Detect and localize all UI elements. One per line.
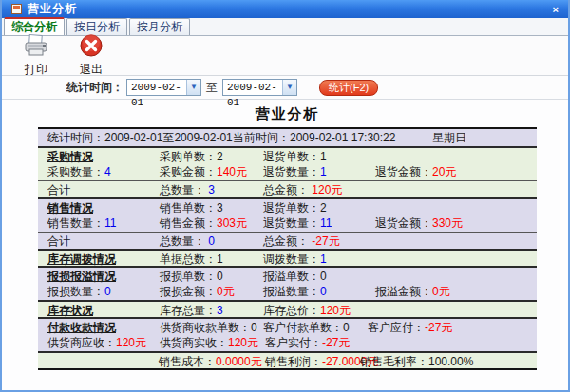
- exit-label: 退出: [80, 62, 103, 78]
- cell-value: 1: [320, 252, 327, 266]
- cell-value: 20元: [432, 165, 456, 178]
- cell-label: 客户付款单数：: [263, 321, 343, 334]
- stat-button[interactable]: 统计(F2): [319, 80, 378, 96]
- cell-label: 总金额：: [263, 234, 312, 248]
- cell-label: 合计: [48, 234, 70, 248]
- cell-label: 1: [217, 252, 223, 266]
- cell-label: 库存总量：: [160, 304, 217, 317]
- cell-label: 2: [320, 201, 327, 215]
- cell-value: 120元: [116, 336, 146, 349]
- cell-value: 0元: [432, 285, 450, 298]
- table-row: 报损数量：0报损金额：0元报溢数量：0报溢金额：0元: [38, 283, 537, 300]
- window-icon: [11, 4, 22, 14]
- table-row: 合计总数量： 0总金额： -27元: [38, 232, 537, 249]
- cell-value: 303元: [217, 216, 247, 230]
- table-cell: 供货商应收：120元: [48, 334, 146, 351]
- cell-label: 销售情况: [48, 201, 93, 215]
- cell-value: -27元: [312, 234, 339, 248]
- tab-monthly[interactable]: 按月分析: [129, 18, 190, 35]
- table-cell: 统计时间：2009-02-01至2009-02-01: [48, 129, 233, 146]
- exit-button[interactable]: 退出: [66, 34, 116, 78]
- cell-value: 4: [104, 165, 111, 178]
- cell-label: 退货数量：: [263, 216, 320, 230]
- print-button[interactable]: 打印: [11, 34, 61, 78]
- cell-value: 0元: [217, 285, 235, 298]
- cell-label: 1: [320, 150, 327, 163]
- table-row: 报损报溢情况报损单数：0报溢单数：0: [38, 266, 537, 283]
- cell-label: 报溢数量：: [263, 285, 320, 298]
- table-cell: 客户实付：-27元: [265, 334, 350, 351]
- table-cell: 退货数量：1: [263, 163, 327, 180]
- cell-label: 报溢单数：: [263, 270, 320, 283]
- table-cell: 销售数量：11: [48, 215, 116, 232]
- cell-value: 0: [104, 285, 111, 298]
- cell-label: 客户实付：: [265, 336, 322, 349]
- table-row: 销售成本：0.0000元销售利润：-27.0000元销售毛利率：100.00%: [38, 351, 537, 368]
- cell-value: -27元: [322, 336, 350, 349]
- table-cell: 报损数量：0: [48, 283, 111, 300]
- table-cell: 星期日: [432, 129, 466, 146]
- cell-label: 0: [251, 321, 257, 334]
- cell-label: 客户应付：: [368, 321, 425, 334]
- cell-value: 11: [104, 216, 116, 230]
- table-cell: 报溢数量：0: [263, 283, 327, 300]
- cell-label: 库存调拨情况: [48, 252, 116, 266]
- cell-label: 总数量：: [160, 183, 208, 196]
- printer-icon: [23, 34, 49, 61]
- cell-label: 销售数量：: [48, 216, 104, 230]
- table-cell: 总数量： 3: [160, 181, 215, 198]
- cell-value: 11: [320, 216, 332, 230]
- cell-label: 付款收款情况: [48, 321, 116, 334]
- date-from-value: 2009-02-01: [127, 80, 186, 95]
- cell-label: 单据总数：: [160, 252, 217, 266]
- cell-label: 采购单数：: [160, 150, 217, 163]
- exit-icon: [79, 34, 104, 61]
- cell-label: 报损单数：: [160, 270, 217, 283]
- cell-label: 0: [320, 270, 327, 283]
- table-cell: 报损金额：0元: [160, 283, 235, 300]
- table-cell: 总金额： 120元: [263, 181, 342, 198]
- cell-label: 销售成本：: [159, 355, 216, 368]
- table-cell: 销售成本：0.0000元: [159, 353, 262, 370]
- cell-value: 0: [208, 234, 215, 248]
- cell-label: 报损数量：: [48, 285, 104, 298]
- cell-label: 100.00%: [428, 355, 473, 368]
- print-label: 打印: [25, 62, 48, 78]
- table-row: 库存状况库存总量：3库存总价：120元: [38, 300, 537, 317]
- date-from-select[interactable]: 2009-02-01 ▼: [126, 79, 201, 96]
- window-title: 营业分析: [28, 1, 549, 17]
- table-row: 供货商应收：120元供货商实收：120元客户实付：-27元: [38, 334, 537, 351]
- chevron-down-icon[interactable]: ▼: [186, 80, 200, 95]
- cell-label: 退货单数：: [263, 201, 320, 215]
- cell-value: 0.0000元: [216, 355, 262, 368]
- report-title: 营业分析: [38, 105, 537, 123]
- cell-label: 销售利润：: [265, 355, 322, 368]
- cell-label: 合计: [48, 183, 70, 196]
- cell-label: 报损金额：: [160, 285, 217, 298]
- tab-comprehensive[interactable]: 综合分析: [4, 17, 65, 35]
- cell-label: 采购情况: [48, 150, 93, 163]
- cell-label: 退货数量：: [263, 165, 320, 178]
- chevron-down-icon[interactable]: ▼: [282, 80, 296, 95]
- table-cell: 销售毛利率：100.00%: [360, 353, 473, 370]
- table-row: 付款收款情况供货商收款单数：0客户付款单数：0客户应付：-27元: [38, 317, 537, 334]
- filter-bar: 统计时间： 2009-02-01 ▼ 至 2009-02-01 ▼ 统计(F2): [2, 76, 568, 100]
- table-cell: 退货金额：20元: [375, 163, 456, 180]
- date-to-select[interactable]: 2009-02-01 ▼: [222, 79, 297, 96]
- table-cell: 总金额： -27元: [263, 233, 340, 250]
- cell-label: 供货商应收：: [48, 336, 116, 349]
- cell-label: 销售毛利率：: [360, 355, 428, 368]
- app-window: 营业分析 × 综合分析 按日分析 按月分析 打印: [0, 0, 570, 392]
- cell-label: 0: [217, 270, 223, 283]
- table-cell: 当前时间：2009-02-01 17:30:22: [233, 129, 395, 146]
- date-to-value: 2009-02-01: [223, 80, 282, 95]
- cell-label: 库存总价：: [263, 304, 320, 317]
- table-row: 统计时间：2009-02-01至2009-02-01当前时间：2009-02-0…: [38, 129, 537, 146]
- cell-value: 3: [217, 304, 223, 317]
- tab-daily[interactable]: 按日分析: [66, 18, 127, 35]
- report-table: 统计时间：2009-02-01至2009-02-01当前时间：2009-02-0…: [38, 127, 537, 370]
- cell-label: 销售单数：: [160, 201, 217, 215]
- close-icon[interactable]: ×: [549, 3, 562, 16]
- table-row: 采购数量：4采购金额：140元退货数量：1退货金额：20元: [38, 163, 537, 180]
- table-cell: 报溢金额：0元: [375, 283, 450, 300]
